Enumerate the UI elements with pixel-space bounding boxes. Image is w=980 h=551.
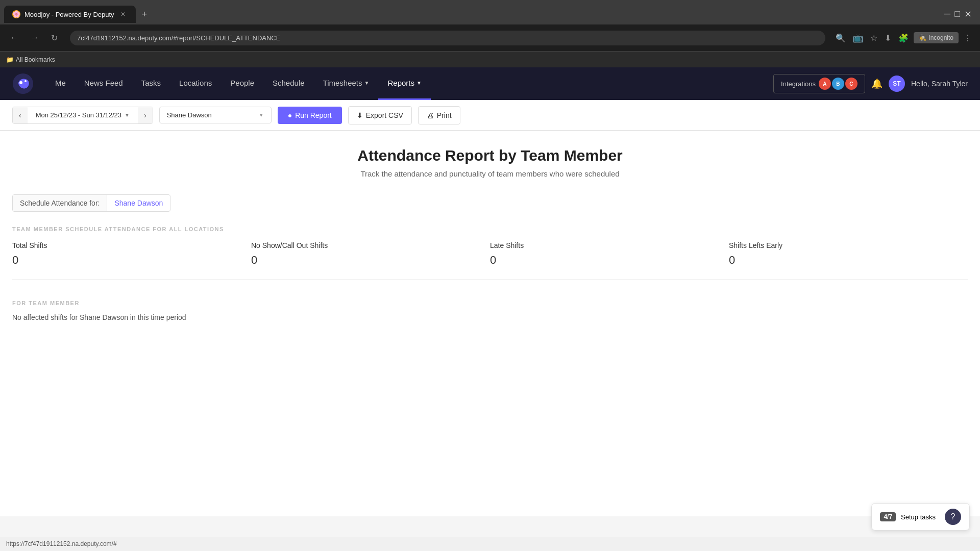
reports-dropdown-icon: ▼ <box>416 80 422 86</box>
stat-late-shifts-value: 0 <box>490 254 729 267</box>
page-title: Attendance Report by Team Member <box>12 147 968 164</box>
maximize-button[interactable]: □ <box>954 9 960 20</box>
stat-no-show-value: 0 <box>251 254 490 267</box>
date-range-text: Mon 25/12/23 - Sun 31/12/23 <box>36 111 121 119</box>
nav-label-news-feed: News Feed <box>84 79 123 87</box>
browser-toolbar: ← → ↻ 🔍 📺 ☆ ⬇ 🧩 🕵 Incognito ⋮ <box>0 24 980 51</box>
nav-item-locations[interactable]: Locations <box>170 67 221 100</box>
toolbar-actions: 🔍 📺 ☆ ⬇ 🧩 🕵 Incognito ⋮ <box>834 31 974 45</box>
stat-left-early: Shifts Lefts Early 0 <box>729 241 968 267</box>
browser-chrome: 🌸 Moodjoy - Powered By Deputy ✕ + ─ □ ✕ … <box>0 0 980 67</box>
no-shifts-message: No affected shifts for Shane Dawson in t… <box>12 313 968 321</box>
export-csv-button[interactable]: ⬇ Export CSV <box>348 106 412 124</box>
stat-total-shifts: Total Shifts 0 <box>12 241 251 267</box>
nav-items: Me News Feed Tasks Locations People Sche… <box>46 67 773 100</box>
cast-icon[interactable]: 📺 <box>851 31 865 45</box>
active-tab[interactable]: 🌸 Moodjoy - Powered By Deputy ✕ <box>4 6 136 23</box>
date-range-caret-icon: ▼ <box>125 112 130 118</box>
print-icon: 🖨 <box>427 111 434 119</box>
nav-item-news-feed[interactable]: News Feed <box>75 67 132 100</box>
integrations-label: Integrations <box>781 80 816 88</box>
app: Me News Feed Tasks Locations People Sche… <box>0 67 980 516</box>
tab-title: Moodjoy - Powered By Deputy <box>24 11 114 18</box>
top-nav: Me News Feed Tasks Locations People Sche… <box>0 67 980 100</box>
forward-button[interactable]: → <box>27 31 43 44</box>
page-subtitle: Track the attendance and punctuality of … <box>12 169 968 178</box>
minimize-button[interactable]: ─ <box>944 9 950 20</box>
nav-item-people[interactable]: People <box>221 67 263 100</box>
svg-point-2 <box>24 80 27 82</box>
nav-label-reports: Reports <box>387 79 414 87</box>
search-icon[interactable]: 🔍 <box>834 31 848 45</box>
nav-item-tasks[interactable]: Tasks <box>132 67 170 100</box>
page-controls: ‹ Mon 25/12/23 - Sun 31/12/23 ▼ › Shane … <box>0 100 980 131</box>
stat-total-shifts-value: 0 <box>12 254 251 267</box>
print-button[interactable]: 🖨 Print <box>418 106 460 124</box>
menu-icon[interactable]: ⋮ <box>962 31 974 45</box>
nav-label-me: Me <box>55 79 66 87</box>
avatar-dot-1: A <box>819 78 831 90</box>
run-report-button[interactable]: ● Run Report <box>278 107 342 124</box>
date-nav: ‹ Mon 25/12/23 - Sun 31/12/23 ▼ › <box>12 107 153 124</box>
logo[interactable] <box>12 73 34 94</box>
person-select-caret-icon: ▼ <box>259 112 264 118</box>
status-bar: https://7cf47d19112152.na.deputy.com/# <box>0 537 980 551</box>
tab-close-button[interactable]: ✕ <box>118 10 128 19</box>
print-label: Print <box>437 111 452 119</box>
avatar-dots: A B C <box>819 78 857 90</box>
stats-grid: Total Shifts 0 No Show/Call Out Shifts 0… <box>12 241 968 280</box>
help-button[interactable]: ? <box>945 509 961 525</box>
setup-tasks-widget[interactable]: 4/7 Setup tasks ? <box>871 503 970 531</box>
stat-total-shifts-label: Total Shifts <box>12 241 251 249</box>
avatar-dot-3: C <box>845 78 857 90</box>
hello-text: Hello, Sarah Tyler <box>911 80 968 88</box>
notification-bell-icon[interactable]: 🔔 <box>871 78 883 89</box>
nav-item-reports[interactable]: Reports ▼ <box>378 67 430 100</box>
new-tab-button[interactable]: + <box>138 7 152 22</box>
bookmark-icon[interactable]: ☆ <box>868 31 879 45</box>
person-select[interactable]: Shane Dawson ▼ <box>159 107 272 123</box>
nav-label-timesheets: Timesheets <box>323 79 362 87</box>
prev-date-button[interactable]: ‹ <box>13 107 28 123</box>
folder-icon: 📁 <box>6 56 14 63</box>
nav-right: Integrations A B C 🔔 ST Hello, Sarah Tyl… <box>773 74 968 93</box>
incognito-label: Incognito <box>928 34 953 41</box>
refresh-button[interactable]: ↻ <box>47 31 62 45</box>
nav-label-tasks: Tasks <box>141 79 161 87</box>
nav-label-people: People <box>230 79 254 87</box>
section-heading: TEAM MEMBER SCHEDULE ATTENDANCE FOR ALL … <box>12 226 968 232</box>
nav-item-schedule[interactable]: Schedule <box>263 67 314 100</box>
stat-left-early-label: Shifts Lefts Early <box>729 241 968 249</box>
export-csv-label: Export CSV <box>366 111 403 119</box>
nav-label-schedule: Schedule <box>273 79 305 87</box>
browser-tab-bar: 🌸 Moodjoy - Powered By Deputy ✕ + ─ □ ✕ <box>0 0 980 24</box>
address-bar[interactable] <box>70 31 825 45</box>
person-select-value: Shane Dawson <box>167 111 212 119</box>
incognito-badge: 🕵 Incognito <box>914 32 959 43</box>
filter-tag-row: Schedule Attendance for: Shane Dawson <box>12 194 968 212</box>
bookmarks-bar: 📁 All Bookmarks <box>0 51 980 67</box>
back-button[interactable]: ← <box>6 31 22 44</box>
integrations-button[interactable]: Integrations A B C <box>773 74 865 93</box>
nav-label-locations: Locations <box>179 79 212 87</box>
timesheets-dropdown-icon: ▼ <box>364 80 370 86</box>
team-section-heading: FOR TEAM MEMBER <box>12 300 968 306</box>
tab-favicon: 🌸 <box>12 10 20 18</box>
nav-item-timesheets[interactable]: Timesheets ▼ <box>314 67 379 100</box>
avatar-dot-2: B <box>832 78 844 90</box>
avatar: ST <box>889 76 905 92</box>
stat-late-shifts-label: Late Shifts <box>490 241 729 249</box>
extensions-icon[interactable]: 🧩 <box>896 31 911 45</box>
close-button[interactable]: ✕ <box>964 9 972 20</box>
status-url: https://7cf47d19112152.na.deputy.com/# <box>6 540 117 547</box>
setup-badge: 4/7 <box>880 512 896 521</box>
bookmarks-label[interactable]: All Bookmarks <box>16 56 55 63</box>
next-date-button[interactable]: › <box>138 107 153 123</box>
stat-late-shifts: Late Shifts 0 <box>490 241 729 267</box>
date-range-selector[interactable]: Mon 25/12/23 - Sun 31/12/23 ▼ <box>28 107 138 123</box>
nav-item-me[interactable]: Me <box>46 67 75 100</box>
run-report-label: Run Report <box>295 111 332 119</box>
stat-no-show-label: No Show/Call Out Shifts <box>251 241 490 249</box>
download-icon[interactable]: ⬇ <box>883 31 893 45</box>
stat-left-early-value: 0 <box>729 254 968 267</box>
